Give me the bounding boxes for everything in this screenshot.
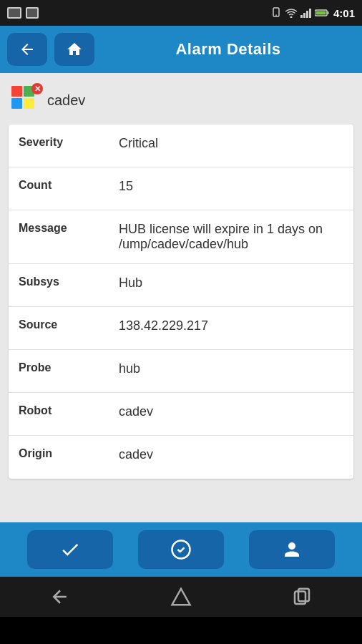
status-icons-left (7, 7, 39, 19)
image-icon (7, 7, 21, 19)
table-row: Count15 (9, 167, 353, 210)
svg-rect-5 (306, 11, 308, 18)
svg-marker-11 (172, 589, 190, 605)
wifi-icon (285, 8, 298, 18)
row-value: cadev (109, 436, 353, 479)
row-label: Subsys (9, 264, 109, 306)
battery-icon (315, 9, 329, 17)
table-row: SeverityCritical (9, 125, 353, 167)
acknowledge-all-button[interactable] (138, 530, 224, 569)
status-bar: 4:01 (0, 0, 362, 26)
table-row: Origincadev (9, 436, 353, 479)
row-value: Hub (109, 264, 353, 306)
table-row: Source138.42.229.217 (9, 307, 353, 350)
svg-rect-8 (327, 11, 328, 14)
main-content: ✕ cadev SeverityCriticalCount15MessageHU… (0, 73, 362, 522)
row-value: Critical (109, 125, 353, 167)
row-label: Severity (9, 125, 109, 167)
svg-point-2 (290, 16, 292, 19)
detail-table: SeverityCriticalCount15MessageHUB licens… (9, 125, 353, 479)
svg-rect-3 (300, 15, 303, 18)
assign-button[interactable] (249, 530, 335, 569)
android-recents-button[interactable] (291, 586, 313, 608)
bottom-action-bar (0, 522, 362, 577)
android-home-button[interactable] (170, 586, 192, 608)
row-label: Source (9, 307, 109, 349)
row-value: cadev (109, 393, 353, 435)
row-label: Count (9, 167, 109, 210)
row-label: Robot (9, 393, 109, 435)
bag-icon (26, 7, 39, 19)
error-badge: ✕ (31, 83, 43, 94)
row-label: Message (9, 210, 109, 263)
page-title: Alarm Details (102, 40, 355, 59)
row-label: Origin (9, 436, 109, 479)
device-name: cadev (47, 92, 85, 109)
svg-rect-9 (315, 11, 326, 15)
top-nav-bar: Alarm Details (0, 26, 362, 73)
svg-rect-4 (303, 13, 305, 18)
row-value: HUB license will expire in 1 days on /um… (109, 210, 353, 263)
device-header: ✕ cadev (9, 86, 353, 114)
back-button[interactable] (7, 33, 47, 66)
clock: 4:01 (333, 7, 355, 19)
device-icon-wrapper: ✕ (11, 86, 40, 114)
row-value: 138.42.229.217 (109, 307, 353, 349)
home-button[interactable] (54, 33, 94, 66)
acknowledge-button[interactable] (27, 530, 113, 569)
table-row: MessageHUB license will expire in 1 days… (9, 210, 353, 264)
signal-icon (300, 8, 312, 18)
status-icons-right: 4:01 (270, 7, 355, 19)
table-row: SubsysHub (9, 264, 353, 307)
row-label: Probe (9, 350, 109, 392)
row-value: hub (109, 350, 353, 392)
table-row: Robotcadev (9, 393, 353, 436)
android-back-button[interactable] (49, 586, 71, 608)
row-value: 15 (109, 167, 353, 210)
table-row: Probehub (9, 350, 353, 393)
android-nav-bar (0, 577, 362, 617)
svg-point-10 (172, 541, 190, 559)
phone-icon (270, 7, 282, 19)
svg-rect-6 (309, 9, 311, 18)
